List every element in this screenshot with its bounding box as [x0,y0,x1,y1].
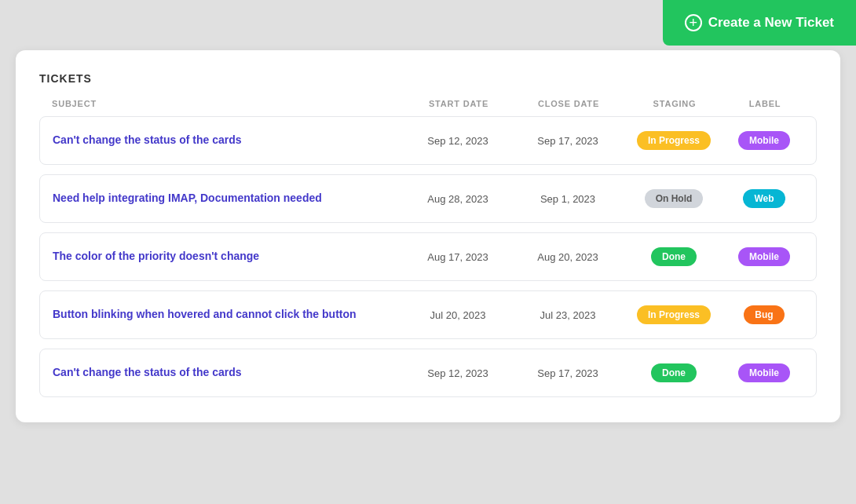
ticket-start-date: Jul 20, 2023 [403,309,513,321]
create-new-ticket-button[interactable]: + Create a New Ticket [663,0,856,46]
plus-icon: + [685,14,702,31]
ticket-subject: Can't change the status of the cards [53,365,403,381]
label-badge: Mobile [738,247,790,266]
label-badge: Bug [744,305,784,324]
ticket-subject: The color of the priority doesn't change [53,249,403,265]
label-badge: Mobile [738,363,790,382]
table-row[interactable]: Button blinking when hovered and cannot … [39,290,817,339]
col-header-start-date: START DATE [404,99,514,108]
staging-badge: In Progress [637,305,711,324]
ticket-close-date: Jul 23, 2023 [513,309,623,321]
ticket-close-date: Sep 17, 2023 [513,135,623,147]
col-header-subject: SUBJECT [52,99,404,108]
col-header-label: LABEL [726,99,804,108]
ticket-subject: Can't change the status of the cards [53,133,403,148]
ticket-start-date: Aug 17, 2023 [403,251,513,263]
ticket-start-date: Sep 12, 2023 [403,135,513,147]
staging-badge: On Hold [645,189,704,208]
ticket-subject: Need help integrating IMAP, Documentatio… [53,191,403,206]
create-button-label: Create a New Ticket [708,15,834,31]
staging-badge: Done [651,363,697,382]
ticket-close-date: Sep 17, 2023 [513,367,623,379]
staging-badge: Done [651,247,697,266]
ticket-start-date: Sep 12, 2023 [403,367,513,379]
table-row[interactable]: The color of the priority doesn't change… [39,232,817,281]
panel-title: TICKETS [39,72,817,85]
table-row[interactable]: Need help integrating IMAP, Documentatio… [39,174,817,223]
tickets-panel: TICKETS SUBJECT START DATE CLOSE DATE ST… [16,50,840,422]
ticket-subject: Button blinking when hovered and cannot … [53,307,403,323]
col-header-staging: STAGING [624,99,726,108]
staging-badge: In Progress [637,131,711,150]
tickets-list: Can't change the status of the cards Sep… [39,116,817,397]
table-row[interactable]: Can't change the status of the cards Sep… [39,349,817,397]
ticket-close-date: Aug 20, 2023 [513,251,623,263]
label-badge: Web [743,189,785,208]
ticket-start-date: Aug 28, 2023 [403,193,513,205]
ticket-close-date: Sep 1, 2023 [513,193,623,205]
col-header-close-date: CLOSE DATE [514,99,624,108]
table-row[interactable]: Can't change the status of the cards Sep… [39,116,817,165]
label-badge: Mobile [738,131,790,150]
table-header: SUBJECT START DATE CLOSE DATE STAGING LA… [39,99,817,108]
